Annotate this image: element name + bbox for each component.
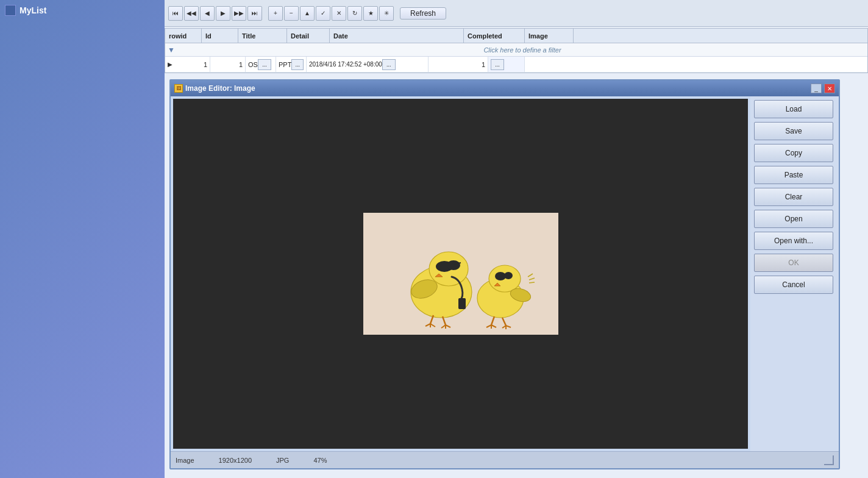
prev-button[interactable]: ◀ (200, 6, 215, 21)
status-format: JPG (276, 457, 289, 464)
status-zoom: 47% (313, 457, 327, 464)
next-next-button[interactable]: ▶▶ (232, 6, 246, 21)
filter-row[interactable]: ▼ Click here to define a filter (165, 43, 867, 57)
star-button[interactable]: ★ (363, 6, 378, 21)
filter-text[interactable]: Click here to define a filter (177, 46, 867, 54)
date-ellipsis-button[interactable]: ... (382, 59, 396, 70)
table-header: rowid Id Title Detail Date Completed Ima… (165, 29, 867, 43)
status-dimensions: 1920x1200 (219, 457, 252, 464)
last-button[interactable]: ⏭ (247, 6, 262, 21)
minimize-button[interactable]: _ (811, 84, 822, 93)
toolbar: ⏮ ◀◀ ◀ ▶ ▶▶ ⏭ + − ▲ ✓ ✕ ↻ ★ ✳ Refresh (165, 0, 868, 27)
save-button[interactable]: Save (754, 122, 833, 140)
cell-rowid: 1 (175, 57, 210, 72)
svg-rect-8 (458, 298, 466, 309)
cell-detail: PPT ... (276, 57, 307, 72)
add-button[interactable]: + (268, 6, 283, 21)
svg-line-25 (529, 282, 535, 283)
image-editor-titlebar: 🖼 Image Editor: Image _ ✕ (171, 80, 839, 96)
svg-point-4 (447, 260, 460, 270)
resize-handle[interactable] (824, 455, 834, 465)
col-title: Title (238, 29, 287, 43)
copy-button[interactable]: Copy (754, 144, 833, 162)
first-button[interactable]: ⏮ (168, 6, 183, 21)
open-button[interactable]: Open (754, 210, 833, 228)
load-button[interactable]: Load (754, 100, 833, 118)
paste-button[interactable]: Paste (754, 166, 833, 184)
col-detail: Detail (287, 29, 330, 43)
cell-completed: 1 (429, 57, 488, 72)
row-arrow-icon: ▶ (165, 61, 175, 68)
image-editor-dialog: 🖼 Image Editor: Image _ ✕ (169, 79, 840, 469)
sidebar-title-text: MyList (20, 5, 46, 15)
image-editor-sidebar: Load Save Copy Paste Clear Open Open wit… (750, 96, 839, 451)
open-with-button[interactable]: Open with... (754, 232, 833, 250)
cross-button[interactable]: ✕ (332, 6, 346, 21)
cell-id: 1 (210, 57, 246, 72)
sidebar: MyList (0, 0, 165, 478)
col-completed: Completed (464, 29, 525, 43)
image-canvas (173, 99, 748, 449)
table-icon (5, 5, 16, 16)
col-rowid: rowid (165, 29, 202, 43)
main-area: ⏮ ◀◀ ◀ ▶ ▶▶ ⏭ + − ▲ ✓ ✕ ↻ ★ ✳ Refresh ro… (165, 0, 868, 478)
ok-button[interactable]: OK (754, 254, 833, 272)
sidebar-title: MyList (5, 5, 46, 16)
cancel-button[interactable]: Cancel (754, 276, 833, 294)
svg-point-20 (504, 272, 513, 279)
cell-title: OS ... (246, 57, 276, 72)
image-editor-icon: 🖼 (174, 84, 183, 93)
filter-icon: ▼ (165, 43, 177, 57)
up-button[interactable]: ▲ (300, 6, 315, 21)
image-ellipsis-button[interactable]: ... (491, 59, 504, 70)
status-label: Image (176, 457, 194, 464)
next-button[interactable]: ▶ (216, 6, 230, 21)
check-button[interactable]: ✓ (316, 6, 330, 21)
asterisk-button[interactable]: ✳ (379, 6, 394, 21)
title-ellipsis-button[interactable]: ... (258, 59, 271, 70)
image-editor-statusbar: Image 1920x1200 JPG 47% (171, 451, 839, 468)
detail-ellipsis-button[interactable]: ... (291, 59, 304, 70)
col-date: Date (330, 29, 464, 43)
clear-button[interactable]: Clear (754, 188, 833, 206)
chick-illustration (363, 213, 558, 335)
remove-button[interactable]: − (284, 6, 299, 21)
col-image: Image (525, 29, 574, 43)
col-id: Id (202, 29, 238, 43)
refresh2-button[interactable]: ↻ (347, 6, 362, 21)
image-editor-body: Load Save Copy Paste Clear Open Open wit… (171, 96, 839, 451)
cell-image: ... (488, 57, 525, 72)
image-editor-title: Image Editor: Image (185, 84, 808, 93)
table-area: rowid Id Title Detail Date Completed Ima… (165, 28, 868, 73)
refresh-button[interactable]: Refresh (400, 7, 446, 20)
close-button[interactable]: ✕ (824, 84, 835, 93)
prev-prev-button[interactable]: ◀◀ (184, 6, 199, 21)
cell-date: 2018/4/16 17:42:52 +08:00 ... (307, 57, 429, 72)
table-row: ▶ 1 1 OS ... PPT ... 2018/4/16 17:42:52 … (165, 57, 867, 73)
